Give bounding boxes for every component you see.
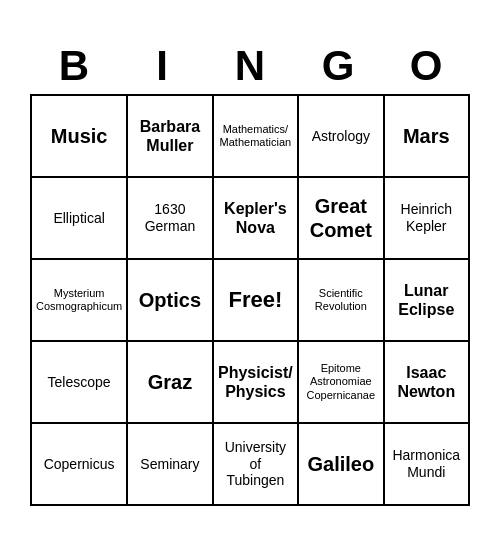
cell-text: 1630German: [145, 201, 196, 235]
cell-text: ScientificRevolution: [315, 287, 367, 313]
bingo-cell[interactable]: 1630German: [128, 178, 213, 260]
cell-text: Seminary: [140, 456, 199, 473]
cell-text: Free!: [228, 287, 282, 313]
bingo-cell[interactable]: Mars: [385, 96, 470, 178]
cell-text: Astrology: [312, 128, 370, 145]
bingo-letter: O: [382, 38, 470, 94]
cell-text: Graz: [148, 370, 192, 394]
cell-text: Telescope: [48, 374, 111, 391]
bingo-letter: N: [206, 38, 294, 94]
cell-text: BarbaraMuller: [140, 117, 200, 155]
cell-text: Kepler'sNova: [224, 199, 287, 237]
cell-text: MysteriumCosmographicum: [36, 287, 122, 313]
bingo-cell[interactable]: Elliptical: [32, 178, 128, 260]
bingo-cell[interactable]: MysteriumCosmographicum: [32, 260, 128, 342]
cell-text: UniversityofTubingen: [225, 439, 286, 489]
bingo-letter: B: [30, 38, 118, 94]
bingo-cell[interactable]: ScientificRevolution: [299, 260, 384, 342]
cell-text: LunarEclipse: [398, 281, 454, 319]
bingo-cell[interactable]: EpitomeAstronomiaeCopernicanae: [299, 342, 384, 424]
bingo-letter: I: [118, 38, 206, 94]
cell-text: EpitomeAstronomiaeCopernicanae: [307, 362, 376, 402]
bingo-cell[interactable]: UniversityofTubingen: [214, 424, 299, 506]
bingo-header: BINGO: [30, 38, 470, 94]
bingo-grid: MusicBarbaraMullerMathematics/Mathematic…: [30, 94, 470, 506]
bingo-cell[interactable]: Telescope: [32, 342, 128, 424]
cell-text: Mars: [403, 124, 450, 148]
bingo-cell[interactable]: Music: [32, 96, 128, 178]
bingo-cell[interactable]: Seminary: [128, 424, 213, 506]
bingo-cell[interactable]: Graz: [128, 342, 213, 424]
bingo-cell[interactable]: Kepler'sNova: [214, 178, 299, 260]
bingo-cell[interactable]: LunarEclipse: [385, 260, 470, 342]
cell-text: Physicist/Physics: [218, 363, 293, 401]
cell-text: Elliptical: [53, 210, 104, 227]
cell-text: GreatComet: [310, 194, 372, 242]
bingo-letter: G: [294, 38, 382, 94]
bingo-cell[interactable]: HarmonicaMundi: [385, 424, 470, 506]
bingo-cell[interactable]: Copernicus: [32, 424, 128, 506]
bingo-cell[interactable]: Physicist/Physics: [214, 342, 299, 424]
cell-text: HeinrichKepler: [401, 201, 452, 235]
bingo-cell[interactable]: Optics: [128, 260, 213, 342]
bingo-cell[interactable]: HeinrichKepler: [385, 178, 470, 260]
cell-text: Mathematics/Mathematician: [220, 123, 292, 149]
bingo-cell[interactable]: IsaacNewton: [385, 342, 470, 424]
cell-text: HarmonicaMundi: [392, 447, 460, 481]
cell-text: Copernicus: [44, 456, 115, 473]
cell-text: Galileo: [307, 452, 374, 476]
bingo-cell[interactable]: Astrology: [299, 96, 384, 178]
cell-text: Music: [51, 124, 108, 148]
bingo-card: BINGO MusicBarbaraMullerMathematics/Math…: [20, 28, 480, 516]
bingo-cell[interactable]: Mathematics/Mathematician: [214, 96, 299, 178]
bingo-cell[interactable]: BarbaraMuller: [128, 96, 213, 178]
cell-text: Optics: [139, 288, 201, 312]
cell-text: IsaacNewton: [397, 363, 455, 401]
bingo-cell[interactable]: GreatComet: [299, 178, 384, 260]
bingo-cell[interactable]: Galileo: [299, 424, 384, 506]
bingo-cell[interactable]: Free!: [214, 260, 299, 342]
